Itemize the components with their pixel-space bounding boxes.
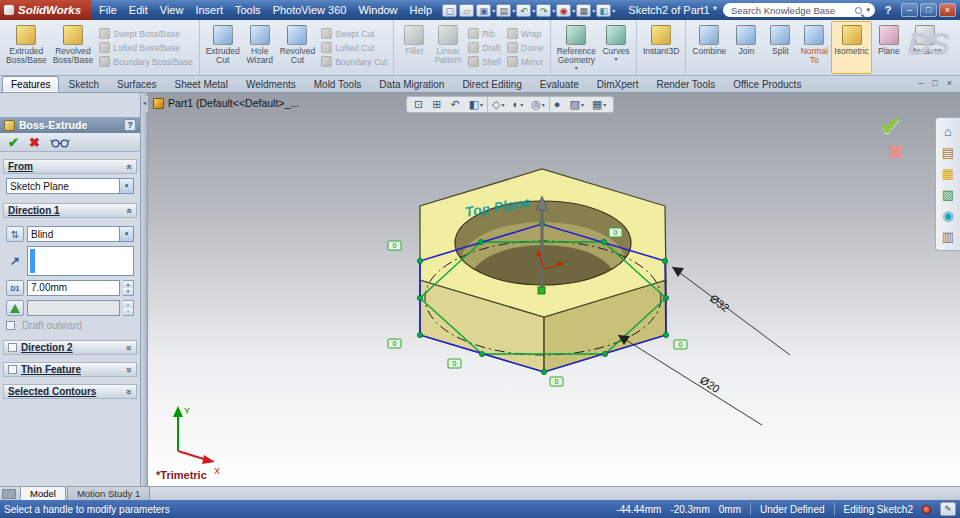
cancel-sketch-button[interactable]: ✖ xyxy=(887,140,904,164)
shell-button[interactable]: Shell xyxy=(468,56,501,67)
redo-button[interactable]: ↷ ▾ xyxy=(536,4,555,17)
graphics-viewport[interactable]: 0 0 0 0 0 0 Ø32 Ø20 Top Plane xyxy=(148,93,960,486)
tab-data-migration[interactable]: Data Migration xyxy=(370,76,453,92)
collapse-icon[interactable]: « xyxy=(124,164,134,170)
view-orientation-button[interactable]: ◇ ▾ xyxy=(487,97,508,112)
tab-direct-editing[interactable]: Direct Editing xyxy=(453,76,530,92)
tab-mold-tools[interactable]: Mold Tools xyxy=(305,76,371,92)
boundary-cut-button[interactable]: Boundary Cut xyxy=(321,56,387,67)
plane-button[interactable]: Plane xyxy=(872,21,906,74)
mirror-button[interactable]: Mirror xyxy=(507,56,544,67)
pm-help-button[interactable]: ? xyxy=(124,119,136,131)
direction-reference-box[interactable] xyxy=(27,246,134,276)
draft-feature-button[interactable]: Draft xyxy=(468,42,501,53)
dropdown-arrow-icon[interactable]: ▾ xyxy=(532,7,535,14)
view-palette-tab[interactable]: ▧ xyxy=(936,184,960,205)
tab-sheet-metal[interactable]: Sheet Metal xyxy=(166,76,237,92)
menu-item[interactable]: Insert xyxy=(189,0,229,20)
search-dropdown-icon[interactable]: ▾ xyxy=(866,6,870,14)
appearances-tab[interactable]: ◉ xyxy=(936,205,960,226)
options-button[interactable]: ▦ ▾ xyxy=(576,4,595,17)
open-button[interactable]: ▱ xyxy=(459,4,475,17)
menu-item[interactable]: Edit xyxy=(123,0,154,20)
edit-color-button[interactable]: ◧ ▾ xyxy=(596,4,615,17)
doc-restore-button[interactable]: □ xyxy=(932,78,937,88)
dropdown-arrow-icon[interactable]: ▾ xyxy=(119,179,133,193)
new-button[interactable]: ▢ xyxy=(442,4,458,17)
thin-feature-section[interactable]: Thin Feature « xyxy=(3,362,137,377)
dropdown-arrow-icon[interactable]: ▾ xyxy=(520,101,523,108)
dropdown-arrow-icon[interactable]: ▾ xyxy=(612,7,615,14)
dropdown-arrow-icon[interactable]: ▾ xyxy=(603,101,606,108)
solidworks-resources-tab[interactable]: ⌂ xyxy=(936,121,960,142)
doc-close-button[interactable]: × xyxy=(947,78,952,88)
depth-input[interactable]: 7.00mm xyxy=(27,280,120,296)
expand-icon[interactable]: « xyxy=(124,389,134,395)
join-button[interactable]: Join xyxy=(729,21,763,74)
extruded-boss-base-button[interactable]: ExtrudedBoss/Base xyxy=(3,21,50,74)
tab-evaluate[interactable]: Evaluate xyxy=(531,76,588,92)
panel-splitter[interactable]: ◂ xyxy=(141,93,148,486)
display-style-button[interactable]: ◐ ▾ xyxy=(509,97,528,112)
close-button[interactable]: × xyxy=(939,3,956,17)
lofted-boss-base-button[interactable]: Lofted Boss/Base xyxy=(99,42,192,53)
undo-button[interactable]: ↶ ▾ xyxy=(516,4,535,17)
model-tab[interactable]: Model xyxy=(20,486,66,500)
pane-splitter-handle[interactable] xyxy=(2,489,16,499)
fillet-button[interactable]: Fillet xyxy=(397,21,431,74)
print-button[interactable]: ▤ ▾ xyxy=(496,4,515,17)
rib-button[interactable]: Rib xyxy=(468,28,501,39)
menu-item[interactable]: File xyxy=(93,0,123,20)
save-button[interactable]: ▣ ▾ xyxy=(476,4,495,17)
dropdown-arrow-icon[interactable]: ▾ xyxy=(502,101,505,108)
dropdown-arrow-icon[interactable]: ▾ xyxy=(542,101,545,108)
motion-study-tab[interactable]: Motion Study 1 xyxy=(67,486,150,500)
apply-scene-button[interactable]: ▨ ▾ xyxy=(566,97,588,112)
dropdown-arrow-icon[interactable]: ▾ xyxy=(119,227,133,241)
collapse-panel-button[interactable]: ◂ xyxy=(141,96,148,112)
tab-weldments[interactable]: Weldments xyxy=(237,76,305,92)
dropdown-arrow-icon[interactable]: ▾ xyxy=(480,101,483,108)
zoom-area-button[interactable]: ⊞ xyxy=(428,97,446,112)
curves-button[interactable]: Curves▾ xyxy=(599,21,633,74)
pm-cancel-button[interactable]: ✖ xyxy=(29,135,40,150)
isometric-button[interactable]: Isometric xyxy=(831,21,871,74)
dropdown-arrow-icon[interactable]: ▾ xyxy=(492,7,495,14)
dropdown-arrow-icon[interactable]: ▾ xyxy=(512,7,515,14)
pm-ok-button[interactable]: ✔ xyxy=(8,135,19,150)
depth-spinner[interactable]: ▴▾ xyxy=(123,280,134,296)
hole-wizard-button[interactable]: HoleWizard xyxy=(243,21,277,74)
design-library-tab[interactable]: ▤ xyxy=(936,142,960,163)
normal-to-button[interactable]: NormalTo xyxy=(797,21,831,74)
reference-geometry-button[interactable]: ReferenceGeometry▾ xyxy=(554,21,599,74)
dome-button[interactable]: Dome xyxy=(507,42,544,53)
reverse-direction-button[interactable]: ⇅ xyxy=(6,226,24,242)
draft-outward-checkbox[interactable] xyxy=(6,321,15,330)
lofted-cut-button[interactable]: Lofted Cut xyxy=(321,42,387,53)
boundary-boss-base-button[interactable]: Boundary Boss/Base xyxy=(99,56,192,67)
dropdown-arrow-icon[interactable]: ▾ xyxy=(581,101,584,108)
tab-dimxpert[interactable]: DimXpert xyxy=(588,76,648,92)
previous-view-button[interactable]: ↶ xyxy=(446,97,464,112)
thin-feature-checkbox[interactable] xyxy=(8,365,17,374)
menu-item[interactable]: View xyxy=(154,0,190,20)
minimize-button[interactable]: – xyxy=(901,3,918,17)
section-view-button[interactable]: ◧ ▾ xyxy=(465,97,487,112)
quick-tips-icon[interactable]: ✎ xyxy=(940,502,956,516)
search-icon[interactable] xyxy=(855,7,862,14)
direction2-checkbox[interactable] xyxy=(8,343,17,352)
tab-features[interactable]: Features xyxy=(2,76,59,92)
instant3d-button[interactable]: Instant3D xyxy=(640,21,682,74)
collapse-icon[interactable]: « xyxy=(124,208,134,214)
search-input[interactable]: Search Knowledge Base xyxy=(731,5,855,16)
swept-cut-button[interactable]: Swept Cut xyxy=(321,28,387,39)
combine-button[interactable]: Combine xyxy=(689,21,729,74)
revolved-cut-button[interactable]: RevolvedCut xyxy=(277,21,318,74)
confirm-sketch-button[interactable]: ✔ xyxy=(880,111,902,142)
graphics-scene[interactable]: 0 0 0 0 0 0 Ø32 Ø20 Top Plane xyxy=(148,93,960,486)
tab-render-tools[interactable]: Render Tools xyxy=(647,76,724,92)
dropdown-arrow-icon[interactable]: ▾ xyxy=(572,7,575,14)
feature-tree-flyout[interactable]: Part1 (Default<<Default>_... xyxy=(153,97,299,109)
extruded-cut-button[interactable]: ExtrudedCut xyxy=(203,21,243,74)
menu-item[interactable]: Tools xyxy=(229,0,267,20)
